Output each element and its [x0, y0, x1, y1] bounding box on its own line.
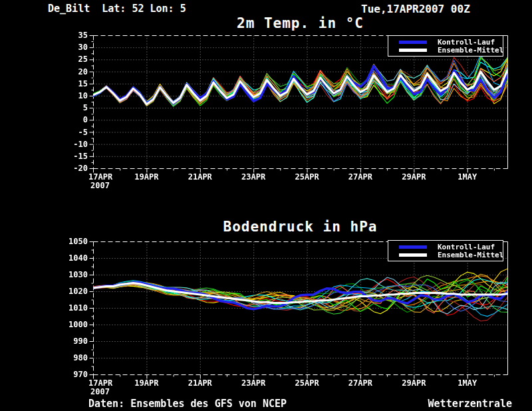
legend-row-control: Kontroll-Lauf: [399, 38, 503, 46]
mean-label: Ensemble-Mittel: [438, 251, 503, 259]
control-line-swatch: [399, 41, 427, 44]
control-line-swatch: [399, 245, 427, 249]
temp-chart-title: 2m Temp. in °C: [93, 15, 507, 31]
station-label: De_Bilt Lat: 52 Lon: 5: [48, 3, 186, 15]
brand-label: Wetterzentrale: [428, 398, 512, 410]
run-datetime-label: Tue,17APR2007 00Z: [361, 3, 470, 15]
legend-row-control: Kontroll-Lauf: [399, 243, 503, 251]
legend-row-mean: Ensemble-Mittel: [399, 46, 503, 54]
pressure-chart-title: Bodendruck in hPa: [93, 219, 507, 235]
pressure-legend-box: Kontroll-Lauf Ensemble-Mittel: [388, 240, 503, 261]
mean-label: Ensemble-Mittel: [438, 47, 503, 54]
mean-line-swatch: [399, 49, 427, 52]
temp-legend-box: Kontroll-Lauf Ensemble-Mittel: [388, 35, 503, 57]
control-label: Kontroll-Lauf: [438, 39, 495, 46]
data-source-label: Daten: Ensembles des GFS von NCEP: [88, 398, 287, 410]
meteogram-page: De_Bilt Lat: 52 Lon: 5 Tue,17APR2007 00Z…: [0, 0, 532, 411]
control-label: Kontroll-Lauf: [438, 243, 495, 251]
legend-row-mean: Ensemble-Mittel: [399, 251, 503, 259]
mean-line-swatch: [399, 253, 427, 257]
